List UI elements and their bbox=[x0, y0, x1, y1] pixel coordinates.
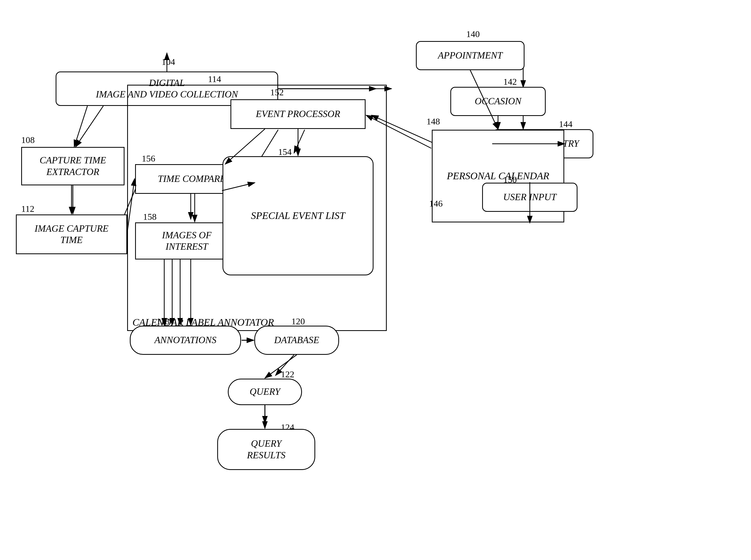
capture-time-extractor-box: CAPTURE TIMEEXTRACTOR bbox=[21, 147, 124, 185]
ref-156: 156 bbox=[142, 154, 155, 164]
annotations-box: ANNOTATIONS bbox=[130, 326, 241, 355]
ref-144: 144 bbox=[559, 119, 572, 129]
ref-152: 152 bbox=[270, 87, 284, 97]
ref-122: 122 bbox=[281, 369, 294, 379]
ref-154: 154 bbox=[278, 147, 292, 157]
image-capture-time-box: IMAGE CAPTURETIME bbox=[16, 215, 127, 254]
appointment-box: APPOINTMENT bbox=[416, 41, 525, 70]
diagram: 104 DIGITALIMAGE AND VIDEO COLLECTION 10… bbox=[0, 0, 751, 560]
ref-140: 140 bbox=[466, 29, 480, 39]
ref-104: 104 bbox=[162, 57, 175, 67]
query-results-box: QUERYRESULTS bbox=[217, 429, 315, 470]
svg-line-1 bbox=[74, 106, 87, 147]
ref-146: 146 bbox=[429, 199, 443, 208]
ref-148: 148 bbox=[427, 117, 440, 126]
ref-114: 114 bbox=[208, 74, 221, 84]
user-input-box: USER INPUT bbox=[482, 183, 577, 212]
event-processor-box: EVENT PROCESSOR bbox=[231, 99, 365, 129]
ref-142: 142 bbox=[503, 77, 517, 87]
ref-158: 158 bbox=[143, 212, 157, 222]
database-box: DATABASE bbox=[254, 326, 339, 355]
special-event-list-box: SPECIAL EVENT LIST bbox=[222, 156, 374, 275]
ref-108: 108 bbox=[21, 135, 35, 145]
occasion-box: OCCASION bbox=[450, 87, 546, 116]
ref-112: 112 bbox=[21, 204, 35, 214]
ref-118: 118 bbox=[156, 316, 170, 326]
ref-120: 120 bbox=[291, 316, 305, 326]
query-box: QUERY bbox=[228, 379, 302, 405]
